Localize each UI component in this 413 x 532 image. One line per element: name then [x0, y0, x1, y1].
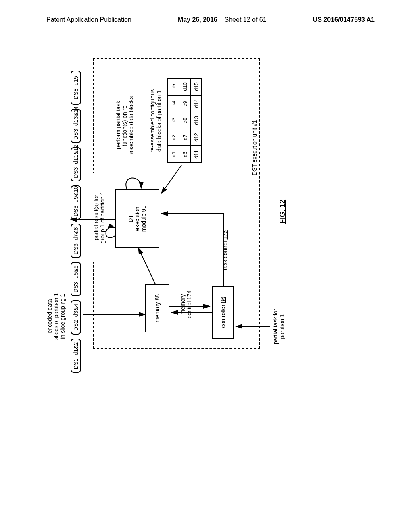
- memory-module: memory 88: [145, 284, 169, 332]
- tc-label: task control: [222, 240, 228, 270]
- header-rule: [38, 27, 377, 27]
- cell: d10: [179, 78, 190, 95]
- memory-control-label: memory control 174: [179, 272, 192, 337]
- slice-box: DS8_d15: [71, 71, 81, 105]
- figure-caption: FIG. 12: [278, 200, 287, 224]
- data-grid: d1 d2 d3 d4 d5 d6 d7 d8 d9 d10 d11 d12 d…: [167, 78, 202, 163]
- perform-label: perform partial task function(s) on re- …: [115, 79, 134, 171]
- page-header: Patent Application Publication May 26, 2…: [0, 16, 413, 23]
- cell: d9: [179, 95, 190, 112]
- slice-box: DS1_d1&2: [71, 339, 81, 373]
- cell: d11: [190, 146, 202, 163]
- task-control-label: task control 176: [222, 230, 228, 270]
- diagram: encoded data slices of partition 1 in sl…: [46, 50, 305, 373]
- controller-label: controller: [220, 303, 226, 328]
- memctl-num: 174: [186, 290, 192, 299]
- ph-left: Patent Application Publication: [46, 16, 131, 23]
- partial-results-label: partial result(s) for group 1 of partiti…: [93, 173, 106, 262]
- slice-row: DS1_d1&2 DS2_d3&4 DS3_d5&6 DS3_d7&8 DS3_…: [71, 71, 81, 373]
- dst-label: DST execution unit #1: [251, 120, 258, 176]
- tc-num: 176: [222, 230, 228, 239]
- cell: d1: [168, 146, 179, 163]
- partial-task-label: partial task for partition 1: [272, 296, 285, 357]
- slice-box: DS2_d3&4: [71, 300, 81, 335]
- ph-sheet: Sheet 12 of 61: [225, 16, 267, 23]
- ph-center: May 26, 2016 Sheet 12 of 61: [131, 16, 313, 23]
- cell: d13: [190, 112, 202, 129]
- memory-num: 88: [154, 294, 161, 301]
- cell: d4: [168, 95, 179, 112]
- slice-box: DS3_d13&14: [71, 109, 81, 143]
- cell: d2: [168, 129, 179, 146]
- controller-module: controller 86: [212, 286, 234, 339]
- cell: d8: [179, 112, 190, 129]
- cell: d15: [190, 78, 202, 95]
- ph-right: US 2016/0147593 A1: [313, 16, 375, 23]
- slice-box: DS3_d9&10: [71, 185, 81, 220]
- slice-box: DS3_d11&12: [71, 147, 81, 181]
- cell: d3: [168, 112, 179, 129]
- memory-label: memory: [154, 301, 161, 322]
- dt-module: DT execution module 90: [115, 189, 159, 248]
- reassembled-label: re-assembled contiguous data blocks of p…: [149, 71, 162, 171]
- cell: d7: [179, 129, 190, 146]
- cell: d14: [190, 95, 202, 112]
- slice-box: DS3_d7&8: [71, 224, 81, 258]
- cell: d6: [179, 146, 190, 163]
- cell: d12: [190, 129, 202, 146]
- cell: d5: [168, 78, 179, 95]
- ph-date: May 26, 2016: [178, 16, 217, 23]
- slice-box: DS3_d5&6: [71, 262, 81, 296]
- slices-header: encoded data slices of partition 1 in sl…: [46, 256, 66, 377]
- controller-num: 86: [220, 297, 226, 303]
- dt-num: 90: [140, 206, 147, 212]
